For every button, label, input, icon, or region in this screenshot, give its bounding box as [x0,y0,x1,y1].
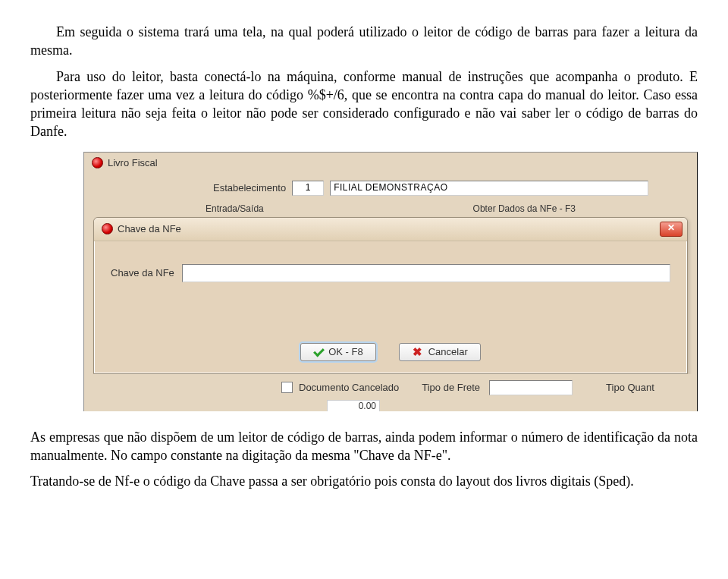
footer-row: 0.00 [84,398,697,411]
chave-nfe-dialog: Chave da NFe ✕ Chave da NFe OK - F8 ✖ Ca… [93,217,688,374]
footer-value: 0.00 [327,400,380,411]
estabelecimento-row: Estabelecimento 1 FILIAL DEMONSTRAÇAO [84,170,697,203]
record-icon [102,223,113,234]
estabelecimento-label: Estabelecimento [213,182,286,194]
paragraph-4: Tratando-se de Nf-e o código da Chave pa… [30,472,698,490]
obter-dados-label: Obter Dados da NFe - F3 [473,203,576,214]
tipo-quant-label: Tipo Quant [606,382,654,393]
estabelecimento-name-input[interactable]: FILIAL DEMONSTRAÇAO [330,181,648,196]
paragraph-3: As empresas que não dispõem de um leitor… [30,428,698,465]
entrada-saida-label: Entrada/Saída [206,203,264,214]
bottom-bar: Documento Cancelado Tipo de Frete Tipo Q… [84,374,697,398]
ok-button-label: OK - F8 [328,346,363,357]
tipo-frete-label: Tipo de Frete [422,382,480,393]
doc-cancelado-label: Documento Cancelado [299,382,399,393]
estabelecimento-code-input[interactable]: 1 [292,181,324,196]
doc-cancelado-checkbox[interactable] [281,382,293,393]
ok-button[interactable]: OK - F8 [300,343,376,361]
chave-nfe-input[interactable] [182,264,670,282]
dialog-titlebar: Chave da NFe ✕ [94,218,687,241]
check-icon [313,347,324,357]
cancel-button-label: Cancelar [428,346,468,357]
record-icon [92,157,103,168]
app-screenshot: Livro Fiscal Estabelecimento 1 FILIAL DE… [83,152,698,411]
x-icon: ✖ [412,346,424,358]
paragraph-1: Em seguida o sistema trará uma tela, na … [30,23,698,60]
close-button[interactable]: ✕ [660,222,682,237]
window-title: Livro Fiscal [108,157,158,168]
chave-nfe-label: Chave da NFe [111,267,174,278]
dialog-title: Chave da NFe [118,223,181,234]
cancel-button[interactable]: ✖ Cancelar [399,343,481,361]
paragraph-2: Para uso do leitor, basta conectá-lo na … [30,68,698,141]
close-icon: ✕ [667,222,675,233]
separator-row: Entrada/Saída Obter Dados da NFe - F3 [84,203,697,217]
window-titlebar: Livro Fiscal [84,153,697,170]
tipo-frete-input[interactable] [489,380,573,395]
